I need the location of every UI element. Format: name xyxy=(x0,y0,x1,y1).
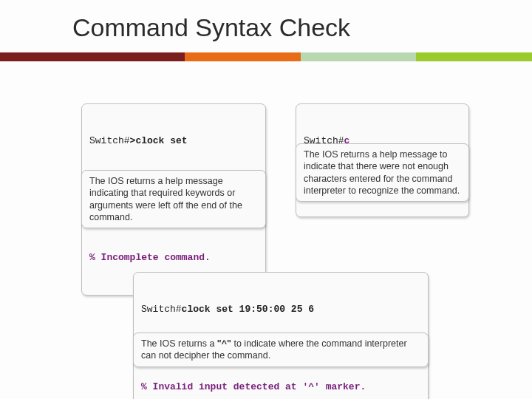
line: Switch#>clock set xyxy=(89,134,258,148)
bar-seg-lime xyxy=(416,52,532,61)
desc-mark: "^" xyxy=(217,338,231,349)
bar-seg-orange xyxy=(185,52,301,61)
cmd: clock set 19:50:00 25 6 xyxy=(182,304,314,315)
desc-incomplete: The IOS returns a help message indicatin… xyxy=(81,170,266,228)
bar-seg-maroon xyxy=(0,52,185,61)
desc-ambiguous: The IOS returns a help message to indica… xyxy=(296,143,469,202)
desc-text: The IOS returns a help message to indica… xyxy=(304,149,460,196)
prompt: Switch# xyxy=(89,135,130,146)
accent-bar xyxy=(0,52,532,61)
cmd: >clock set xyxy=(130,135,188,146)
prompt: Switch# xyxy=(141,304,182,315)
slide-title: Command Syntax Check xyxy=(0,0,532,50)
line-error: % Invalid input detected at '^' marker. xyxy=(141,381,420,394)
desc-invalid: The IOS returns a "^" to indicate where … xyxy=(133,332,429,367)
line-error: % Incomplete command. xyxy=(89,251,258,265)
desc-text: The IOS returns a help message indicatin… xyxy=(89,176,242,222)
line: Switch#clock set 19:50:00 25 6 xyxy=(141,303,420,316)
bar-seg-mint xyxy=(301,52,417,61)
desc-text-before: The IOS returns a xyxy=(141,338,217,349)
